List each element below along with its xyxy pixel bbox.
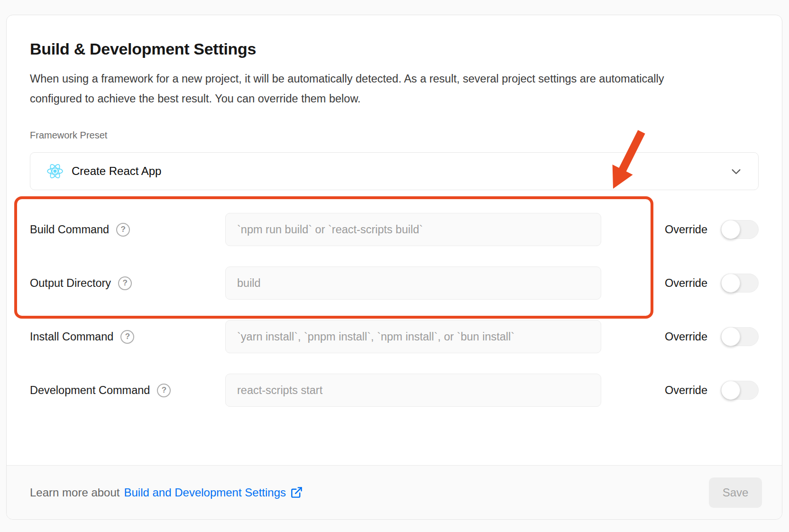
build-command-label-text: Build Command xyxy=(30,223,109,236)
install-command-override: Override xyxy=(665,327,759,346)
output-directory-override-toggle[interactable] xyxy=(721,274,759,293)
toggle-knob xyxy=(721,381,740,400)
build-command-label: Build Command ? xyxy=(30,223,225,237)
learn-more-link[interactable]: Build and Development Settings xyxy=(124,486,303,499)
help-icon[interactable]: ? xyxy=(118,276,132,290)
install-command-override-toggle[interactable] xyxy=(721,327,759,346)
output-directory-label-text: Output Directory xyxy=(30,277,111,290)
development-command-override-toggle[interactable] xyxy=(721,381,759,400)
help-icon[interactable]: ? xyxy=(120,330,134,344)
toggle-knob xyxy=(721,327,740,346)
build-command-override: Override xyxy=(665,220,759,239)
override-label: Override xyxy=(665,330,707,343)
toggle-knob xyxy=(721,274,740,293)
install-command-row: Install Command ? Override xyxy=(30,320,759,353)
external-link-icon xyxy=(290,486,303,499)
description-text: When using a framework for a new project… xyxy=(30,69,703,109)
save-button[interactable]: Save xyxy=(709,477,762,508)
settings-rows: Build Command ? Override Output Director… xyxy=(30,213,759,407)
card-footer: Learn more about Build and Development S… xyxy=(7,465,782,519)
chevron-down-icon xyxy=(730,165,743,178)
react-logo-icon xyxy=(46,163,64,180)
learn-more-prefix: Learn more about xyxy=(30,486,119,499)
page-title: Build & Development Settings xyxy=(30,40,759,58)
development-command-label-text: Development Command xyxy=(30,384,150,397)
output-directory-label: Output Directory ? xyxy=(30,276,225,290)
override-label: Override xyxy=(665,223,707,236)
install-command-label-text: Install Command xyxy=(30,330,113,343)
install-command-input[interactable] xyxy=(225,320,601,353)
development-command-input[interactable] xyxy=(225,374,601,407)
output-directory-input[interactable] xyxy=(225,266,601,300)
build-settings-card: Build & Development Settings When using … xyxy=(6,15,782,520)
build-command-row: Build Command ? Override xyxy=(30,213,759,246)
development-command-override: Override xyxy=(665,381,759,400)
help-icon[interactable]: ? xyxy=(157,384,171,397)
framework-preset-value: Create React App xyxy=(72,165,161,178)
install-command-label: Install Command ? xyxy=(30,330,225,344)
framework-preset-select[interactable]: Create React App xyxy=(30,152,759,190)
output-directory-override: Override xyxy=(665,274,759,293)
development-command-label: Development Command ? xyxy=(30,384,225,397)
override-label: Override xyxy=(665,384,707,397)
build-command-override-toggle[interactable] xyxy=(721,220,759,239)
development-command-row: Development Command ? Override xyxy=(30,374,759,407)
toggle-knob xyxy=(721,220,740,239)
learn-more: Learn more about Build and Development S… xyxy=(30,486,303,499)
build-command-input[interactable] xyxy=(225,213,601,246)
card-content: Build & Development Settings When using … xyxy=(7,15,782,407)
override-label: Override xyxy=(665,277,707,290)
output-directory-row: Output Directory ? Override xyxy=(30,266,759,300)
framework-preset-label: Framework Preset xyxy=(30,128,759,142)
help-icon[interactable]: ? xyxy=(116,223,130,237)
learn-more-link-text: Build and Development Settings xyxy=(124,486,286,499)
